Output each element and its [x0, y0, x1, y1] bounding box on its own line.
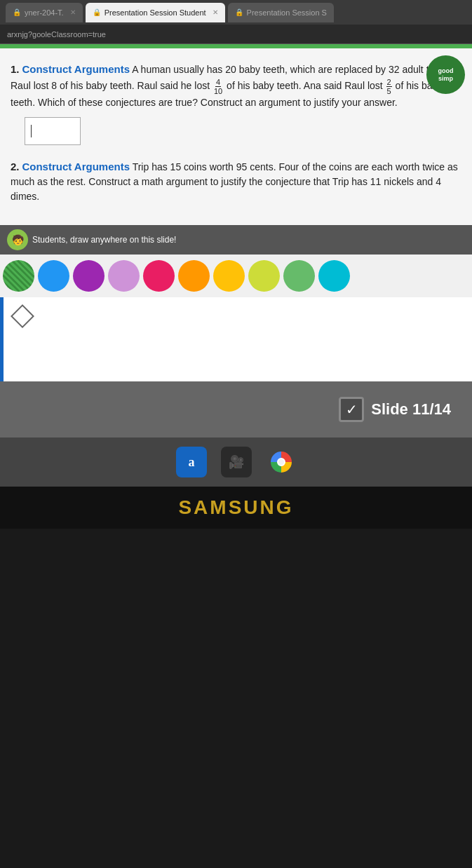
color-swatches-bar — [0, 255, 472, 297]
lock-icon-1: 🔒 — [13, 8, 21, 16]
slide-counter-text: Slide 11/14 — [371, 400, 451, 419]
color-swatch-3[interactable] — [108, 260, 140, 292]
browser-chrome: 🔒 yner-204-T. ✕ 🔒 Presentation Session S… — [0, 0, 472, 25]
text-app-icon[interactable]: a — [176, 447, 207, 477]
q1-label: Construct Arguments — [22, 63, 130, 75]
q1-number: 1. — [11, 63, 20, 75]
q1-fraction1: 4 10 — [213, 78, 223, 95]
color-swatch-6[interactable] — [213, 260, 245, 292]
question-2-text: 2. Construct Arguments Trip has 15 coins… — [11, 159, 461, 205]
text-cursor — [31, 125, 32, 137]
url-text: arxnjg?gooleClassroom=true — [7, 30, 106, 39]
q2-number: 2. — [11, 161, 20, 172]
slide-counter-area: ✓ Slide 11/14 — [0, 381, 472, 438]
lock-icon-3: 🔒 — [235, 8, 243, 16]
color-swatch-7[interactable] — [248, 260, 280, 292]
color-swatch-4[interactable] — [143, 260, 175, 292]
draw-avatar: 🧒 — [7, 229, 28, 250]
color-swatch-8[interactable] — [283, 260, 315, 292]
chrome-browser-icon — [271, 452, 292, 473]
tab-active-presentation[interactable]: 🔒 Presentation Session Student ✕ — [86, 3, 225, 22]
draw-label: Students, draw anywhere on this slide! — [32, 235, 465, 245]
color-swatch-1[interactable] — [38, 260, 69, 292]
samsung-branding-bar: SAMSUNG — [0, 487, 472, 529]
taskbar: a 🎥 — [0, 438, 472, 487]
chrome-icon[interactable] — [266, 447, 297, 477]
question-2-block: 2. Construct Arguments Trip has 15 coins… — [11, 159, 461, 205]
answer-input-box[interactable] — [25, 117, 81, 145]
lock-icon-2: 🔒 — [93, 8, 101, 16]
diamond-eraser-tool[interactable] — [11, 304, 34, 328]
q2-label: Construct Arguments — [22, 161, 130, 172]
check-icon[interactable]: ✓ — [339, 397, 364, 422]
main-content: good simp 1. Construct Arguments A human… — [0, 48, 472, 225]
question-1-block: 1. Construct Arguments A human usually h… — [11, 62, 461, 145]
color-swatch-0[interactable] — [3, 260, 34, 292]
color-swatch-9[interactable] — [318, 260, 350, 292]
q1-text2: of his baby teeth. Ana said Raul lost — [227, 80, 385, 91]
drawing-area[interactable] — [0, 297, 472, 381]
tab-inactive-3[interactable]: 🔒 Presentation Session S — [228, 3, 334, 22]
color-swatch-5[interactable] — [178, 260, 210, 292]
address-bar[interactable]: arxnjg?gooleClassroom=true — [0, 25, 472, 44]
question-1-text: 1. Construct Arguments A human usually h… — [11, 62, 461, 110]
good-badge: good simp — [426, 55, 465, 94]
tab-close-1[interactable]: ✕ — [70, 8, 76, 16]
color-swatch-2[interactable] — [73, 260, 104, 292]
samsung-logo: SAMSUNG — [178, 496, 293, 519]
q1-fraction2: 2 5 — [386, 78, 392, 95]
tab-close-2[interactable]: ✕ — [213, 8, 218, 16]
tab-inactive-1[interactable]: 🔒 yner-204-T. ✕ — [6, 3, 83, 22]
video-camera-icon[interactable]: 🎥 — [221, 447, 252, 477]
draw-toolbar: 🧒 Students, draw anywhere on this slide! — [0, 225, 472, 255]
